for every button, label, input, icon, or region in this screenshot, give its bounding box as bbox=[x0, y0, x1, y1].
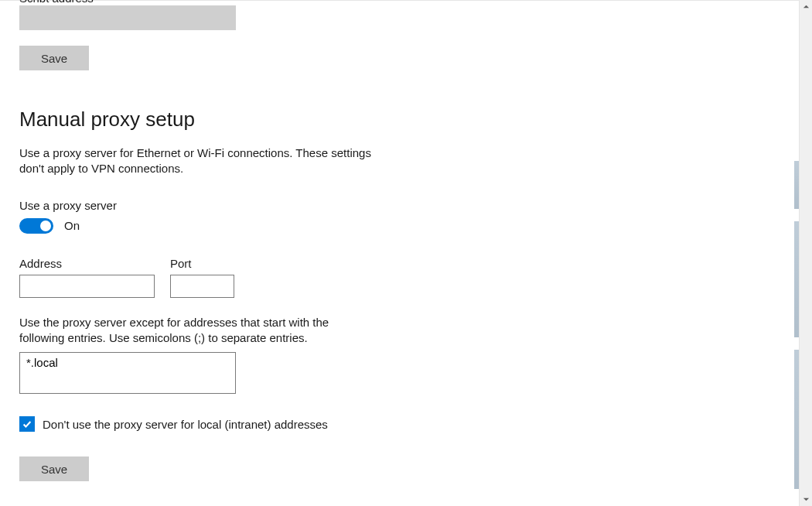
manual-proxy-heading: Manual proxy setup bbox=[19, 108, 799, 132]
use-proxy-toggle[interactable] bbox=[19, 218, 53, 234]
auto-proxy-save-button[interactable]: Save bbox=[19, 46, 89, 70]
scroll-down-button[interactable] bbox=[800, 493, 812, 506]
bypass-local-checkbox[interactable] bbox=[19, 416, 35, 432]
bypass-local-label: Don't use the proxy server for local (in… bbox=[43, 418, 328, 431]
proxy-port-input[interactable] bbox=[170, 275, 234, 298]
script-address-label: Script address bbox=[19, 0, 799, 2]
manual-proxy-description: Use a proxy server for Ethernet or Wi-Fi… bbox=[19, 145, 383, 177]
chevron-up-icon bbox=[803, 3, 810, 10]
toggle-knob bbox=[40, 221, 51, 231]
use-proxy-toggle-state: On bbox=[64, 219, 80, 232]
use-proxy-label: Use a proxy server bbox=[19, 199, 799, 212]
proxy-address-input[interactable] bbox=[19, 275, 155, 298]
vertical-scrollbar[interactable] bbox=[799, 0, 812, 506]
settings-proxy-panel: Script address Save Manual proxy setup U… bbox=[0, 0, 799, 506]
scroll-up-button[interactable] bbox=[800, 0, 812, 13]
address-label: Address bbox=[19, 257, 155, 270]
exceptions-description: Use the proxy server except for addresse… bbox=[19, 315, 344, 347]
manual-proxy-save-button[interactable]: Save bbox=[19, 456, 89, 481]
scrollbar-track[interactable] bbox=[800, 13, 812, 493]
chevron-down-icon bbox=[803, 496, 810, 503]
port-label: Port bbox=[170, 257, 234, 270]
check-icon bbox=[22, 419, 32, 429]
script-address-input[interactable] bbox=[19, 5, 236, 30]
proxy-exceptions-input[interactable] bbox=[19, 352, 236, 394]
